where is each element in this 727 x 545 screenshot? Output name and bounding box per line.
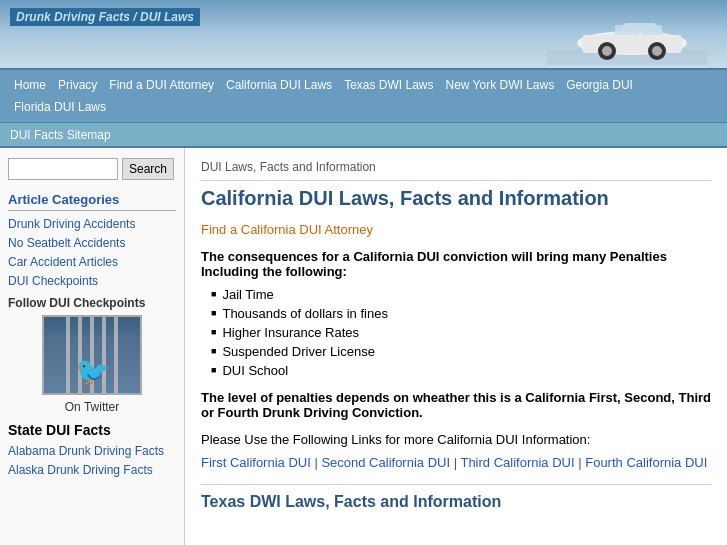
search-input[interactable] [8,158,118,180]
nav-new-york-dwi[interactable]: New York DWI Laws [441,76,558,94]
sidebar-link-alabama[interactable]: Alabama Drunk Driving Facts [8,444,176,458]
site-header: Drunk Driving Facts / DUI Laws [0,0,727,70]
nav-georgia-dui[interactable]: Georgia DUI [562,76,637,94]
breadcrumb: DUI Laws, Facts and Information [201,160,711,181]
sidebar-link-dui-checkpoints[interactable]: DUI Checkpoints [8,274,176,288]
second-dui-link[interactable]: Second California DUI [321,455,450,470]
subnav-sitemap[interactable]: DUI Facts Sitemap [10,128,111,142]
sidebar-link-car-accident[interactable]: Car Accident Articles [8,255,176,269]
first-dui-link[interactable]: First California DUI [201,455,311,470]
use-links-text: Please Use the Following Links for more … [201,432,711,447]
sidebar-link-alaska[interactable]: Alaska Drunk Driving Facts [8,463,176,477]
intro-text: The consequences for a California DUI co… [201,249,711,279]
categories-title: Article Categories [8,192,176,211]
nav-california-dui[interactable]: California DUI Laws [222,76,336,94]
follow-label: Follow DUI Checkpoints [8,296,176,310]
list-item: Jail Time [211,287,711,302]
svg-point-7 [602,46,612,56]
third-dui-link[interactable]: Third California DUI [460,455,574,470]
svg-rect-5 [642,25,662,35]
site-title: Drunk Driving Facts / DUI Laws [10,8,200,26]
svg-rect-3 [582,35,682,53]
nav-texas-dwi[interactable]: Texas DWI Laws [340,76,437,94]
on-twitter-label: On Twitter [8,400,176,414]
sidebar: Search Article Categories Drunk Driving … [0,148,185,545]
jail-bird-icon: 🐦 [75,355,110,388]
dui-links: First California DUI | Second California… [201,455,711,470]
search-button[interactable]: Search [122,158,174,180]
state-dui-title: State DUI Facts [8,422,176,438]
main-nav: Home Privacy Find a DUI Attorney Califor… [0,70,727,123]
nav-florida-dui[interactable]: Florida DUI Laws [10,98,110,116]
list-item: DUI School [211,363,711,378]
svg-point-9 [652,46,662,56]
nav-find-dui-attorney[interactable]: Find a DUI Attorney [105,76,218,94]
jail-image: 🐦 [42,315,142,395]
list-item: Higher Insurance Rates [211,325,711,340]
page-title: California DUI Laws, Facts and Informati… [201,187,711,210]
subnav: DUI Facts Sitemap [0,123,727,148]
attorney-link[interactable]: Find a California DUI Attorney [201,222,711,237]
sidebar-link-drunk-driving[interactable]: Drunk Driving Accidents [8,217,176,231]
list-item: Suspended Driver License [211,344,711,359]
bullet-list: Jail Time Thousands of dollars in fines … [211,287,711,378]
penalty-text: The level of penalties depends on wheath… [201,390,711,420]
search-box: Search [8,158,176,180]
header-car-image [547,5,707,65]
section2-title: Texas DWI Laws, Facts and Information [201,484,711,511]
nav-privacy[interactable]: Privacy [54,76,101,94]
main-content: DUI Laws, Facts and Information Californ… [185,148,727,545]
nav-home[interactable]: Home [10,76,50,94]
fourth-dui-link[interactable]: Fourth California DUI [585,455,707,470]
main-layout: Search Article Categories Drunk Driving … [0,148,727,545]
sidebar-link-seatbelt[interactable]: No Seatbelt Accidents [8,236,176,250]
list-item: Thousands of dollars in fines [211,306,711,321]
svg-rect-4 [615,25,639,35]
